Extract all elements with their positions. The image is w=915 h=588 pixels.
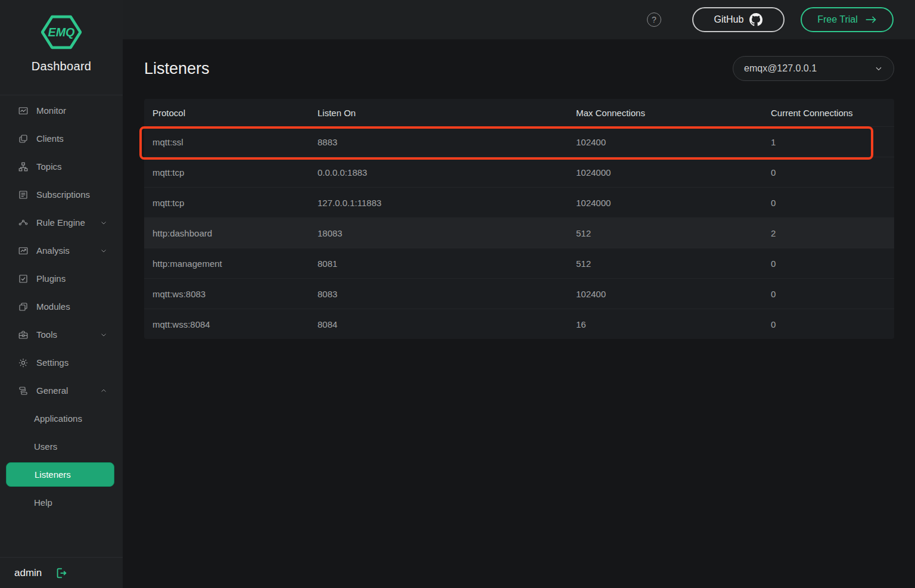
modules-icon <box>18 301 29 312</box>
table-row[interactable]: mqtt:ws:8083 8083 102400 0 <box>144 278 894 309</box>
free-trial-label: Free Trial <box>817 14 858 25</box>
table-row[interactable]: http:management 8081 512 0 <box>144 248 894 278</box>
github-logo-icon <box>749 13 762 26</box>
chevron-up-icon <box>100 387 107 394</box>
sidebar-item-analysis[interactable]: Analysis <box>0 237 123 265</box>
sidebar-item-applications[interactable]: Applications <box>0 405 123 433</box>
general-icon <box>18 385 29 396</box>
topics-icon <box>18 161 29 172</box>
cell-protocol: http:dashboard <box>152 228 318 238</box>
chevron-down-icon <box>100 247 107 254</box>
cell-protocol: mqtt:wss:8084 <box>152 319 318 329</box>
cell-listen-on: 8084 <box>318 319 576 329</box>
cell-max-connections: 102400 <box>576 289 771 299</box>
column-header-protocol: Protocol <box>152 108 318 118</box>
sidebar-item-monitor[interactable]: Monitor <box>0 97 123 125</box>
username-label: admin <box>14 567 42 579</box>
cell-max-connections: 102400 <box>576 137 771 147</box>
cell-current-connections: 0 <box>771 319 894 329</box>
plugins-icon <box>18 273 29 284</box>
table-row[interactable]: mqtt:ssl 8883 102400 1 <box>144 126 894 157</box>
arrow-right-icon <box>865 15 877 24</box>
tools-icon <box>18 329 29 340</box>
cell-max-connections: 16 <box>576 319 771 329</box>
cell-listen-on: 0.0.0.0:1883 <box>318 167 576 178</box>
table-row[interactable]: mqtt:tcp 127.0.0.1:11883 1024000 0 <box>144 187 894 217</box>
cell-current-connections: 2 <box>771 228 894 238</box>
sidebar-item-plugins[interactable]: Plugins <box>0 265 123 293</box>
cell-protocol: http:management <box>152 259 318 269</box>
cell-listen-on: 8081 <box>318 259 576 269</box>
clients-icon <box>18 133 29 144</box>
sidebar-item-modules[interactable]: Modules <box>0 293 123 321</box>
emqx-dashboard-app: EMQ Dashboard Monitor Clients <box>0 0 915 588</box>
sidebar-item-general[interactable]: General <box>0 377 123 405</box>
cell-listen-on: 18083 <box>318 228 576 238</box>
table-row[interactable]: http:dashboard 18083 512 2 <box>144 217 894 248</box>
user-area: admin <box>0 557 123 588</box>
sidebar-item-tools[interactable]: Tools <box>0 321 123 349</box>
svg-text:EMQ: EMQ <box>48 26 75 39</box>
sidebar: EMQ Dashboard Monitor Clients <box>0 0 123 588</box>
cell-protocol: mqtt:ws:8083 <box>152 289 318 299</box>
sidebar-item-topics[interactable]: Topics <box>0 153 123 181</box>
listeners-table: Protocol Listen On Max Connections Curre… <box>144 99 894 339</box>
analysis-icon <box>18 245 29 256</box>
monitor-icon <box>18 105 29 116</box>
brand-title: Dashboard <box>32 60 92 73</box>
rule-engine-icon <box>18 217 29 228</box>
sidebar-item-listeners[interactable]: Listeners <box>6 462 114 487</box>
cell-max-connections: 512 <box>576 259 771 269</box>
emq-logo-icon: EMQ <box>41 14 82 52</box>
table-row[interactable]: mqtt:wss:8084 8084 16 0 <box>144 309 894 339</box>
sidebar-item-subscriptions[interactable]: Subscriptions <box>0 181 123 209</box>
node-select-value: emqx@127.0.0.1 <box>744 63 817 74</box>
column-header-max-connections: Max Connections <box>576 108 771 118</box>
column-header-current-connections: Current Connections <box>771 108 894 118</box>
cell-protocol: mqtt:tcp <box>152 167 318 178</box>
cell-current-connections: 0 <box>771 198 894 208</box>
chevron-down-icon <box>100 219 107 226</box>
sidebar-item-clients[interactable]: Clients <box>0 125 123 153</box>
cell-current-connections: 0 <box>771 289 894 299</box>
sidebar-item-rule-engine[interactable]: Rule Engine <box>0 209 123 237</box>
cell-max-connections: 1024000 <box>576 167 771 178</box>
page-title: Listeners <box>144 60 210 78</box>
cell-max-connections: 1024000 <box>576 198 771 208</box>
column-header-listen-on: Listen On <box>318 108 576 118</box>
sidebar-item-settings[interactable]: Settings <box>0 349 123 377</box>
chevron-down-icon <box>100 331 107 338</box>
help-icon[interactable]: ? <box>647 13 661 27</box>
github-button[interactable]: GitHub <box>692 7 785 32</box>
brand-area: EMQ Dashboard <box>0 0 123 95</box>
logout-icon[interactable] <box>55 567 68 580</box>
free-trial-button[interactable]: Free Trial <box>801 7 894 32</box>
chevron-down-icon <box>874 64 883 73</box>
content: Listeners emqx@127.0.0.1 Protocol Listen… <box>123 39 915 588</box>
page-head: Listeners emqx@127.0.0.1 <box>144 56 894 81</box>
node-select[interactable]: emqx@127.0.0.1 <box>733 56 894 81</box>
subscriptions-icon <box>18 189 29 200</box>
settings-icon <box>18 357 29 368</box>
cell-current-connections: 0 <box>771 259 894 269</box>
sidebar-item-help[interactable]: Help <box>0 489 123 517</box>
main-area: ? GitHub Free Trial Listeners emqx@127.0… <box>123 0 915 588</box>
cell-current-connections: 1 <box>771 137 894 147</box>
topbar: ? GitHub Free Trial <box>123 0 915 39</box>
cell-current-connections: 0 <box>771 167 894 178</box>
cell-listen-on: 127.0.0.1:11883 <box>318 198 576 208</box>
cell-listen-on: 8883 <box>318 137 576 147</box>
cell-protocol: mqtt:ssl <box>152 137 318 147</box>
table-header: Protocol Listen On Max Connections Curre… <box>144 99 894 126</box>
cell-listen-on: 8083 <box>318 289 576 299</box>
cell-protocol: mqtt:tcp <box>152 198 318 208</box>
sidebar-nav: Monitor Clients Topics Subscriptions <box>0 95 123 517</box>
cell-max-connections: 512 <box>576 228 771 238</box>
github-button-label: GitHub <box>714 14 744 25</box>
sidebar-item-users[interactable]: Users <box>0 433 123 461</box>
table-row[interactable]: mqtt:tcp 0.0.0.0:1883 1024000 0 <box>144 157 894 187</box>
